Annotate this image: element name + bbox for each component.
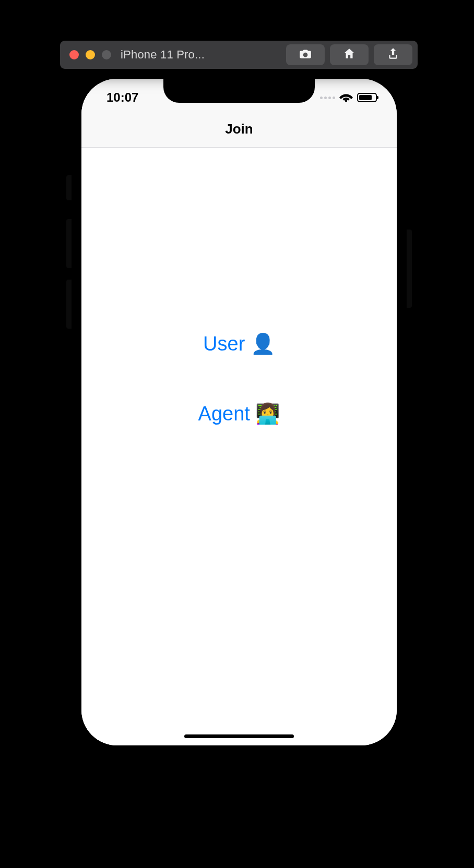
toolbar-buttons xyxy=(286,44,418,65)
close-window-button[interactable] xyxy=(69,50,79,59)
battery-icon xyxy=(357,93,377,102)
side-button xyxy=(407,230,412,308)
simulator-title: iPhone 11 Pro... xyxy=(121,48,205,62)
user-button-label: User 👤 xyxy=(203,332,275,355)
home-icon xyxy=(342,47,356,63)
minimize-window-button[interactable] xyxy=(86,50,95,59)
zoom-window-button[interactable] xyxy=(102,50,111,59)
join-as-user-button[interactable]: User 👤 xyxy=(203,332,275,355)
share-icon xyxy=(386,47,400,63)
home-button[interactable] xyxy=(330,44,369,65)
join-screen: User 👤 Agent 👩‍💻 xyxy=(81,148,397,745)
volume-up-button xyxy=(66,219,72,268)
simulator-toolbar: iPhone 11 Pro... xyxy=(60,41,418,69)
window-controls xyxy=(60,50,111,59)
mute-switch xyxy=(66,175,72,200)
camera-icon xyxy=(299,47,312,63)
screenshot-button[interactable] xyxy=(286,44,325,65)
page-title: Join xyxy=(225,121,253,137)
join-as-agent-button[interactable]: Agent 👩‍💻 xyxy=(198,402,280,425)
agent-button-label: Agent 👩‍💻 xyxy=(198,402,280,425)
device-screen: 10:07 Join User 👤 Agent xyxy=(81,79,397,745)
home-indicator[interactable] xyxy=(184,734,294,738)
cellular-icon xyxy=(320,97,335,99)
notch xyxy=(163,79,315,103)
device-frame: 10:07 Join User 👤 Agent xyxy=(70,68,408,756)
status-indicators xyxy=(320,91,379,104)
volume-down-button xyxy=(66,280,72,329)
status-time: 10:07 xyxy=(106,90,138,105)
navigation-bar: Join xyxy=(81,111,397,148)
share-button[interactable] xyxy=(374,44,412,65)
wifi-icon xyxy=(339,91,353,104)
